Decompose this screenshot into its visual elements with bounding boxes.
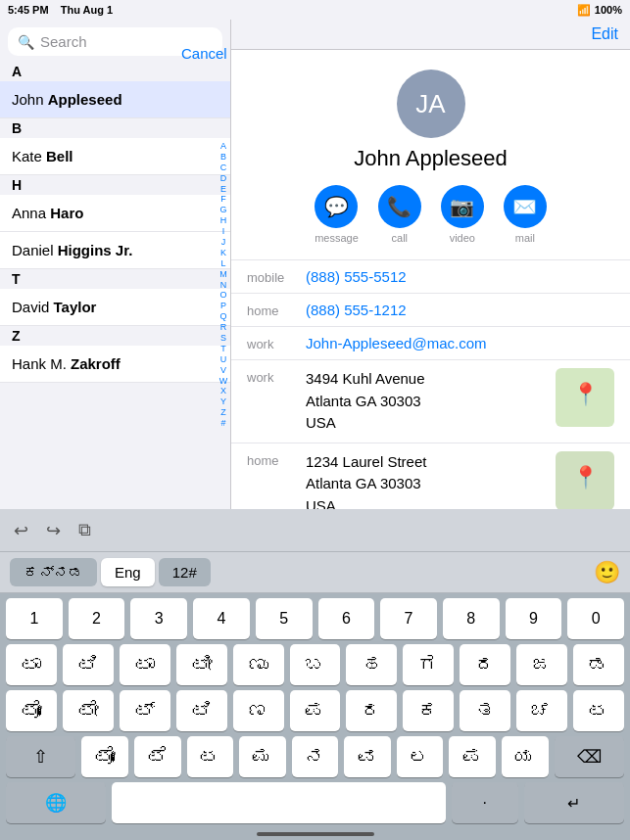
key-ka-7[interactable]: ಹ [346,644,397,685]
contact-profile: JA John Appleseed 💬 message 📞 call [231,50,630,260]
key-0[interactable]: 0 [567,598,624,639]
undo-button[interactable]: ↩ [10,516,32,545]
key-ka-11[interactable]: ಡ [573,644,624,685]
key-kb-11[interactable]: ಟ [573,690,624,731]
key-9[interactable]: 9 [506,598,562,639]
globe-icon: 🌐 [45,792,67,814]
key-kb-9[interactable]: ತ [460,690,510,731]
dot-key[interactable]: · [452,782,518,823]
lang-tab-12hash[interactable]: 12# [159,558,211,586]
key-kc-7[interactable]: ಲ [397,736,444,777]
key-kb-3[interactable]: ಟ್ [120,690,170,731]
contact-item-higgins[interactable]: Daniel Higgins Jr. [0,232,230,269]
fields-section: mobile (888) 555-5512 home (888) 555-121… [231,260,630,509]
mail-button[interactable]: ✉️ mail [504,185,547,244]
key-4[interactable]: 4 [193,598,250,639]
key-2[interactable]: 2 [69,598,125,639]
work-address[interactable]: 3494 Kuhl AvenueAtlanta GA 30303USA [306,368,556,435]
status-indicators: 📶 100% [577,4,622,17]
key-kb-1[interactable]: ಟೋ [6,690,57,731]
key-kc-9[interactable]: ಯ [502,736,549,777]
kannada-row-1: ಟಾ ಟಿ ಟಾ ಟೀ ಣು ಬ ಹ ಗ ದ ಜ ಡ [0,639,630,685]
key-kc-2[interactable]: ಟೆ [134,736,181,777]
call-button[interactable]: 📞 call [378,185,421,244]
key-3[interactable]: 3 [130,598,187,639]
key-ka-8[interactable]: ಗ [403,644,454,685]
field-home-phone: home (888) 555-1212 [231,294,630,327]
key-kc-6[interactable]: ವ [344,736,391,777]
edit-button[interactable]: Edit [591,25,618,43]
copy-button[interactable]: ⧉ [74,516,95,544]
contacts-list: A John Appleseed B Kate Bell H Anna Haro… [0,62,230,509]
key-ka-5[interactable]: ಣು [233,644,284,685]
app-container: 🔍 Search Cancel A John Appleseed B Kate … [0,20,630,509]
work-address-map[interactable]: 📍 [556,368,614,427]
key-7[interactable]: 7 [380,598,437,639]
emoji-button[interactable]: 🙂 [594,560,620,585]
mobile-number[interactable]: (888) 555-5512 [306,268,614,285]
contact-item-taylor[interactable]: David Taylor [0,289,230,326]
search-bar-container: 🔍 Search Cancel [0,20,230,62]
home-indicator [257,832,374,836]
cancel-button[interactable]: Cancel [181,45,227,62]
key-ka-3[interactable]: ಟಾ [120,644,170,685]
key-5[interactable]: 5 [256,598,313,639]
key-ka-9[interactable]: ದ [460,644,510,685]
return-key[interactable]: ↵ [524,782,624,823]
home-address[interactable]: 1234 Laurel StreetAtlanta GA 30303USA [306,451,556,510]
message-button[interactable]: 💬 message [315,185,359,244]
section-header-a: A [0,62,230,81]
return-icon: ↵ [567,794,580,813]
key-ka-4[interactable]: ಟೀ [176,644,227,685]
bottom-row: 🌐 · ↵ [0,777,630,831]
contact-item-haro[interactable]: Anna Haro [0,195,230,232]
backspace-button[interactable]: ⌫ [555,736,624,777]
home-number[interactable]: (888) 555-1212 [306,302,614,318]
section-header-h: H [0,175,230,195]
search-input[interactable]: Search [40,33,87,50]
key-6[interactable]: 6 [318,598,375,639]
lang-tab-kannada[interactable]: ಕನ್ನಡ [10,558,97,586]
key-1[interactable]: 1 [6,598,63,639]
lang-tabs: ಕನ್ನಡ Eng 12# [10,558,211,586]
key-kc-8[interactable]: ಪ [449,736,496,777]
contact-item-appleseed[interactable]: John Appleseed [0,81,230,118]
key-kb-10[interactable]: ಚ [516,690,567,731]
key-kb-2[interactable]: ಟೇ [63,690,114,731]
wifi-icon: 📶 [577,4,591,17]
video-button[interactable]: 📷 video [441,185,484,244]
kannada-row-3: ⇧ ಟೋ ಟೆ ಟ ಮ ನ ವ ಲ ಪ ಯ ⌫ [0,731,630,777]
key-kc-3[interactable]: ಟ [187,736,234,777]
field-work-email: work John-Appleseed@mac.com [231,327,630,360]
key-kb-6[interactable]: ಪ [290,690,341,731]
lang-tab-eng[interactable]: Eng [101,558,155,586]
space-key[interactable] [112,782,446,823]
key-8[interactable]: 8 [443,598,500,639]
key-kc-5[interactable]: ನ [292,736,339,777]
contact-item-zakroff[interactable]: Hank M. Zakroff [0,346,230,383]
home-address-map[interactable]: 📍 [556,451,614,510]
key-kb-4[interactable]: ಟಿ [176,690,227,731]
shift-button[interactable]: ⇧ [6,736,75,777]
section-header-b: B [0,118,230,138]
call-icon: 📞 [387,195,412,218]
mail-icon: ✉️ [512,195,537,218]
contact-item-bell[interactable]: Kate Bell [0,138,230,175]
alpha-index[interactable]: A B C D E F G H I J K L M N O P Q R S T [217,62,230,509]
key-kc-4[interactable]: ಮ [239,736,286,777]
key-kc-1[interactable]: ಟೋ [81,736,128,777]
key-ka-10[interactable]: ಜ [516,644,567,685]
lang-row: ಕನ್ನಡ Eng 12# 🙂 [0,552,630,593]
key-ka-2[interactable]: ಟಿ [63,644,114,685]
key-kb-5[interactable]: ಣ [233,690,284,731]
key-ka-6[interactable]: ಬ [290,644,341,685]
contact-full-name: John Appleseed [354,146,508,171]
redo-button[interactable]: ↪ [42,516,65,545]
key-ka-1[interactable]: ಟಾ [6,644,57,685]
key-kb-8[interactable]: ಕ [403,690,454,731]
detail-header: Edit [231,20,630,50]
key-kb-7[interactable]: ರ [346,690,397,731]
field-mobile: mobile (888) 555-5512 [231,260,630,294]
globe-button[interactable]: 🌐 [6,782,106,823]
work-email[interactable]: John-Appleseed@mac.com [306,335,614,351]
